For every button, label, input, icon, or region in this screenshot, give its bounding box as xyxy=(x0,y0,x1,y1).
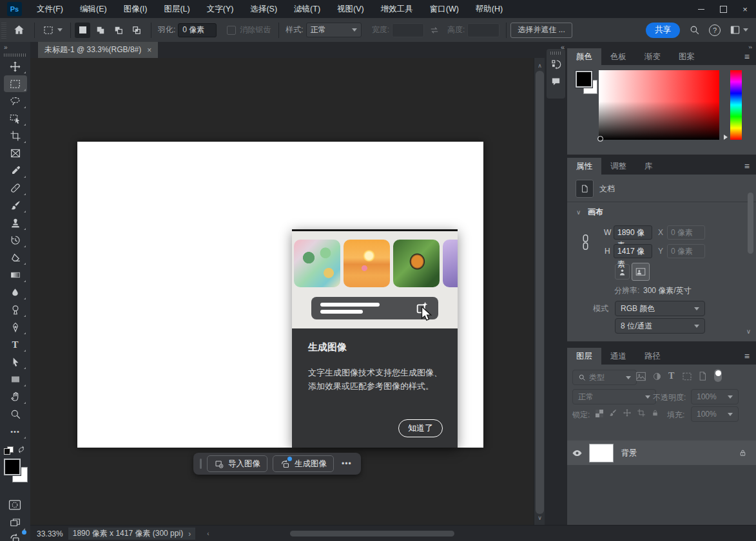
object-selection-tool[interactable] xyxy=(4,110,27,127)
menu-view[interactable]: 视图(V) xyxy=(329,4,373,15)
layer-filter-type-select[interactable]: 类型 xyxy=(572,370,637,385)
subtract-from-selection-mode-icon[interactable] xyxy=(111,23,126,38)
workspace-switcher-icon[interactable] xyxy=(730,25,748,35)
search-icon[interactable] xyxy=(689,24,700,35)
add-to-selection-mode-icon[interactable] xyxy=(93,23,108,38)
brush-tool[interactable] xyxy=(4,197,27,214)
generate-image-button[interactable]: 生成图像 xyxy=(273,455,334,472)
canvas-height-input[interactable]: 1417 像素 xyxy=(614,244,652,258)
color-field[interactable] xyxy=(599,70,719,140)
scroll-down-icon[interactable]: ∨ xyxy=(534,515,545,521)
antialias-checkbox[interactable] xyxy=(227,26,236,35)
layer-lock-icon[interactable] xyxy=(739,448,747,457)
swap-colors-icon[interactable] xyxy=(17,445,26,454)
orientation-landscape-icon[interactable] xyxy=(632,263,650,281)
filter-pixel-layers-icon[interactable] xyxy=(635,372,646,381)
pen-tool[interactable] xyxy=(4,319,27,336)
expand-toolbar-icon[interactable]: » xyxy=(0,42,30,51)
properties-scroll-thumb[interactable] xyxy=(748,193,753,254)
layer-thumbnail[interactable] xyxy=(589,444,614,462)
menu-type[interactable]: 文字(Y) xyxy=(199,4,242,15)
lock-transparency-icon[interactable] xyxy=(596,410,603,417)
lock-pixels-icon[interactable] xyxy=(608,408,617,417)
blend-mode-select[interactable]: 正常 xyxy=(572,389,656,404)
vertical-scrollbar[interactable]: ∧ ∨ xyxy=(534,58,545,525)
tab-gradients[interactable]: 渐变 xyxy=(635,48,670,65)
lock-artboard-icon[interactable] xyxy=(637,408,646,417)
opacity-select[interactable]: 100% xyxy=(691,389,739,404)
hue-slider-icon[interactable] xyxy=(724,135,728,140)
horizontal-scroll-thumb[interactable] xyxy=(290,531,454,536)
quick-mask-icon[interactable] xyxy=(3,497,26,513)
tab-close-icon[interactable]: × xyxy=(147,46,151,55)
screen-mode-icon[interactable] xyxy=(3,515,26,531)
menu-plugins[interactable]: 增效工具 xyxy=(373,4,422,15)
menu-select[interactable]: 选择(S) xyxy=(242,4,286,15)
tab-adjustments[interactable]: 调整 xyxy=(601,158,635,175)
history-brush-tool[interactable] xyxy=(4,232,27,249)
type-tool[interactable]: T xyxy=(4,336,27,353)
dodge-tool[interactable] xyxy=(4,301,27,318)
select-and-mask-button[interactable]: 选择并遮住 ... xyxy=(510,23,572,38)
canvas-section-chevron-icon[interactable]: ∨ xyxy=(576,209,581,216)
height-input[interactable] xyxy=(467,23,499,37)
layer-name[interactable]: 背景 xyxy=(621,448,637,459)
panel-color-swatches[interactable] xyxy=(576,71,601,97)
filter-type-layers-icon[interactable]: T xyxy=(668,371,674,381)
layers-panel-menu-icon[interactable]: ≡ xyxy=(744,351,750,361)
rectangular-marquee-tool[interactable] xyxy=(4,75,27,92)
menu-image[interactable]: 图像(I) xyxy=(115,4,156,15)
filter-toggle-icon[interactable] xyxy=(714,369,722,382)
crop-tool[interactable] xyxy=(4,128,27,144)
foreground-background-colors[interactable] xyxy=(4,459,28,483)
bit-depth-select[interactable]: 8 位/通道 xyxy=(615,318,705,334)
document-info[interactable]: 1890 像素 x 1417 像素 (300 ppi) › xyxy=(68,527,195,540)
menu-filter[interactable]: 滤镜(T) xyxy=(286,4,329,15)
filter-adjustment-layers-icon[interactable] xyxy=(652,372,662,381)
edit-toolbar-icon[interactable]: ••• xyxy=(4,423,27,440)
options-grip[interactable] xyxy=(1,22,6,39)
tab-paths[interactable]: 路径 xyxy=(635,348,670,365)
filter-shape-layers-icon[interactable] xyxy=(682,372,692,381)
link-dimensions-icon[interactable] xyxy=(581,234,590,251)
eraser-tool[interactable] xyxy=(4,249,27,266)
intersect-selection-mode-icon[interactable] xyxy=(129,23,144,38)
frame-tool[interactable] xyxy=(4,145,27,162)
menu-help[interactable]: 帮助(H) xyxy=(467,4,511,15)
document-properties-icon[interactable] xyxy=(576,180,594,198)
toolbar-grip[interactable] xyxy=(4,53,26,57)
history-panel-icon[interactable] xyxy=(547,56,565,73)
eyedropper-tool[interactable] xyxy=(4,162,27,179)
properties-scroll-down-icon[interactable]: ∨ xyxy=(746,328,751,335)
tab-swatches[interactable]: 色板 xyxy=(601,48,635,65)
scroll-up-icon[interactable]: ∧ xyxy=(534,62,545,69)
color-field-marker[interactable] xyxy=(597,136,603,142)
tab-patterns[interactable]: 图案 xyxy=(670,48,704,65)
maximize-button[interactable] xyxy=(712,1,734,17)
zoom-level[interactable]: 33.33% xyxy=(37,529,63,538)
minimize-button[interactable] xyxy=(690,1,712,17)
menu-window[interactable]: 窗口(W) xyxy=(422,4,467,15)
layer-row-background[interactable]: 背景 xyxy=(567,441,756,465)
menu-layer[interactable]: 图层(L) xyxy=(155,4,198,15)
share-button[interactable]: 共享 xyxy=(646,23,680,38)
home-icon[interactable] xyxy=(13,24,25,36)
blur-tool[interactable] xyxy=(4,284,27,301)
fill-select[interactable]: 100% xyxy=(691,406,739,422)
zoom-tool[interactable] xyxy=(4,406,27,422)
color-panel-menu-icon[interactable]: ≡ xyxy=(744,52,750,62)
tool-preset-picker[interactable] xyxy=(39,24,66,36)
comments-panel-icon[interactable] xyxy=(547,73,565,90)
lasso-tool[interactable] xyxy=(4,93,27,109)
properties-panel-menu-icon[interactable]: ≡ xyxy=(744,161,750,171)
tab-libraries[interactable]: 库 xyxy=(635,158,662,175)
foreground-color-swatch[interactable] xyxy=(4,459,21,475)
tab-color[interactable]: 颜色 xyxy=(567,48,601,65)
path-selection-tool[interactable] xyxy=(4,354,27,370)
new-selection-mode-icon[interactable] xyxy=(75,23,90,38)
tab-properties[interactable]: 属性 xyxy=(567,158,601,175)
canvas-area[interactable]: 生成图像 文字生成图像技术支持您生成图像、添加效果或匹配参考图像的样式。 知道了… xyxy=(30,58,534,525)
color-mode-select[interactable]: RGB 颜色 xyxy=(615,301,705,316)
lock-position-icon[interactable] xyxy=(623,408,632,417)
menu-edit[interactable]: 编辑(E) xyxy=(72,4,115,15)
